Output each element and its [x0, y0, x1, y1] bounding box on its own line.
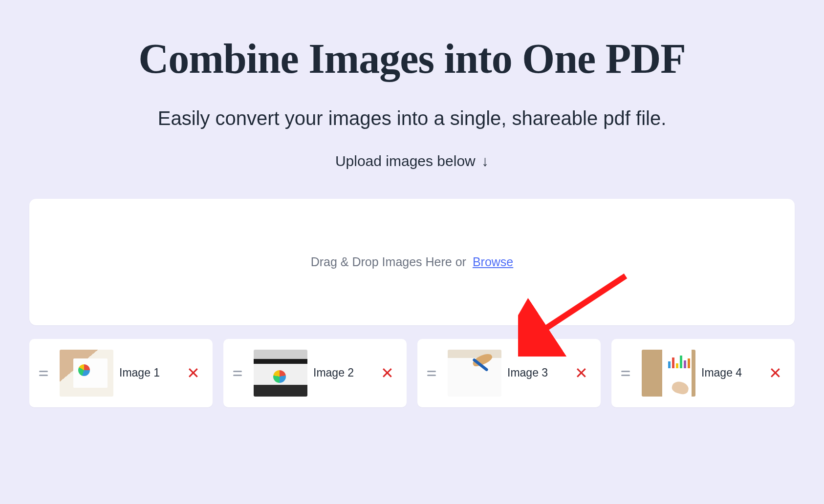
upload-instruction: Upload images below ↓ — [29, 153, 795, 169]
drag-handle-icon[interactable] — [621, 371, 630, 376]
drag-handle-icon[interactable] — [39, 371, 48, 376]
page-subtitle: Easily convert your images into a single… — [29, 107, 795, 129]
drag-handle-icon[interactable] — [233, 371, 242, 376]
image-label: Image 2 — [313, 366, 378, 380]
image-label: Image 4 — [701, 366, 766, 380]
image-card[interactable]: Image 1 ✕ — [29, 339, 213, 407]
instruction-text: Upload images below — [335, 153, 476, 169]
image-thumbnail — [448, 350, 501, 397]
image-card[interactable]: Image 2 ✕ — [223, 339, 407, 407]
dropzone[interactable]: Drag & Drop Images Here or Browse — [29, 199, 795, 325]
image-thumbnail — [60, 350, 113, 397]
image-card[interactable]: Image 3 ✕ — [417, 339, 601, 407]
image-label: Image 1 — [119, 366, 184, 380]
image-label: Image 3 — [507, 366, 572, 380]
image-thumbnail — [642, 350, 695, 397]
remove-button[interactable]: ✕ — [766, 365, 785, 381]
dropzone-text: Drag & Drop Images Here or — [311, 255, 466, 269]
remove-button[interactable]: ✕ — [378, 365, 397, 381]
browse-link[interactable]: Browse — [473, 255, 513, 269]
remove-button[interactable]: ✕ — [572, 365, 591, 381]
image-card[interactable]: Image 4 ✕ — [611, 339, 795, 407]
remove-button[interactable]: ✕ — [184, 365, 203, 381]
arrow-down-icon: ↓ — [481, 153, 489, 169]
dropzone-label: Drag & Drop Images Here or Browse — [49, 255, 775, 269]
image-card-list: Image 1 ✕ Image 2 ✕ Image 3 ✕ — [29, 339, 795, 407]
page-title: Combine Images into One PDF — [29, 34, 795, 83]
drag-handle-icon[interactable] — [427, 371, 436, 376]
image-thumbnail — [254, 350, 307, 397]
